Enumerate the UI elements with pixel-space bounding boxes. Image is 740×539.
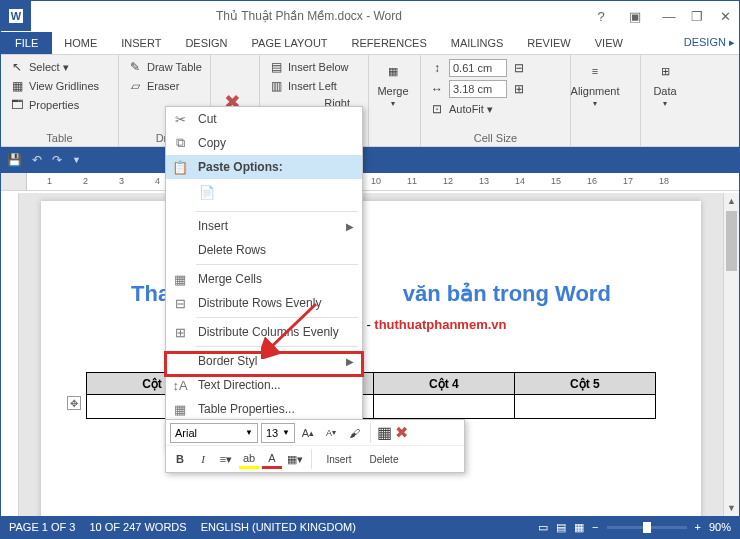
table-move-handle[interactable]: ✥ [67,396,81,410]
alignment-icon: ≡ [583,59,607,83]
status-word-count[interactable]: 10 OF 247 WORDS [89,521,186,533]
merge-button[interactable]: ▦ Merge▾ [377,59,409,108]
alignment-button[interactable]: ≡ Alignment▾ [579,59,611,108]
group-cellsize-label: Cell Size [429,130,562,144]
distribute-cols-icon[interactable]: ⊞ [511,81,527,97]
ruler-tick: 11 [407,176,417,186]
menu-delete-rows[interactable]: Delete Rows [166,238,362,262]
dist-cols-icon: ⊞ [170,325,190,340]
col-left-icon: ▥ [268,78,284,94]
insert-below-button[interactable]: ▤Insert Below [268,59,360,75]
horizontal-ruler[interactable]: 123456789101112131415161718 [27,173,739,190]
view-print-icon[interactable]: ▤ [556,521,566,534]
eraser-icon: ▱ [127,78,143,94]
row-height-field[interactable]: ↕0.61 cm⊟ [429,59,562,77]
insert-left-button[interactable]: ▥Insert Left [268,78,360,94]
merge-cells-icon: ▦ [170,272,190,287]
col-width-field[interactable]: ↔3.18 cm⊞ [429,80,562,98]
text-direction-icon: ↕A [170,378,190,393]
autofit-button[interactable]: ⊡AutoFit ▾ [429,101,562,117]
scroll-thumb[interactable] [726,211,737,271]
autofit-icon: ⊡ [429,101,445,117]
qat-customize-icon[interactable]: ▼ [72,155,81,165]
draw-table-button[interactable]: ✎Draw Table [127,59,202,75]
paste-option-1[interactable]: 📄 [196,181,218,203]
ruler-tick: 16 [587,176,597,186]
ruler-tick: 2 [83,176,88,186]
menu-cut[interactable]: ✂Cut [166,107,362,131]
tab-page-layout[interactable]: PAGE LAYOUT [240,33,340,53]
scroll-down-icon[interactable]: ▼ [724,500,739,516]
menu-text-direction[interactable]: ↕AText Direction... [166,373,362,397]
font-size-selector[interactable]: 13▼ [261,423,295,443]
menu-distribute-rows[interactable]: ⊟Distribute Rows Evenly [166,291,362,315]
shrink-font-button[interactable]: A▾ [321,423,341,443]
mini-delete-button[interactable]: ✖ [395,423,408,442]
borders-button[interactable]: ▦▾ [285,449,305,469]
mini-insert-button[interactable]: ▦ [377,423,392,442]
zoom-level[interactable]: 90% [709,521,731,533]
delete-table-icon: ✖ [395,423,408,442]
tab-review[interactable]: REVIEW [515,33,582,53]
table-header-cell[interactable]: Cột 4 [373,373,514,395]
properties-button[interactable]: 🗔Properties [9,97,110,113]
format-painter-button[interactable]: 🖌 [344,423,364,443]
tab-view[interactable]: VIEW [583,33,635,53]
table-header-cell[interactable]: Cột 5 [514,373,655,395]
minimize-button[interactable]: ― [655,1,683,31]
align-button[interactable]: ≡▾ [216,449,236,469]
zoom-out-button[interactable]: − [592,521,598,533]
view-read-icon[interactable]: ▭ [538,521,548,534]
restore-button[interactable]: ❐ [683,1,711,31]
highlight-button[interactable]: ab [239,449,259,469]
ruler-tick: 10 [371,176,381,186]
group-table-label: Table [9,130,110,144]
scroll-up-icon[interactable]: ▲ [724,193,739,209]
merge-icon: ▦ [381,59,405,83]
menu-paste-options[interactable]: 📋Paste Options: [166,155,362,179]
italic-button[interactable]: I [193,449,213,469]
vertical-scrollbar[interactable]: ▲ ▼ [723,193,739,516]
properties-icon: 🗔 [9,97,25,113]
view-gridlines-button[interactable]: ▦View Gridlines [9,78,110,94]
zoom-in-button[interactable]: + [695,521,701,533]
menu-distribute-cols[interactable]: ⊞Distribute Columns Evenly [166,320,362,344]
font-selector[interactable]: Arial▼ [170,423,258,443]
status-page[interactable]: PAGE 1 OF 3 [9,521,75,533]
ribbon-display-icon[interactable]: ▣ [621,1,649,31]
menu-border-styles[interactable]: Border Styl▶ [166,349,362,373]
eraser-button[interactable]: ▱Eraser [127,78,202,94]
select-button[interactable]: ↖Select ▾ [9,59,110,75]
font-color-button[interactable]: A [262,449,282,469]
tab-mailings[interactable]: MAILINGS [439,33,516,53]
zoom-slider[interactable] [607,526,687,529]
data-icon: ⊞ [653,59,677,83]
qat-undo-icon[interactable]: ↶ [32,153,42,167]
grid-icon: ▦ [9,78,25,94]
menu-merge-cells[interactable]: ▦Merge Cells [166,267,362,291]
tab-table-design[interactable]: DESIGN ▸ [672,32,739,53]
tab-home[interactable]: HOME [52,33,109,53]
close-button[interactable]: ✕ [711,1,739,31]
mini-insert-label[interactable]: Insert [318,454,360,465]
mini-delete-label[interactable]: Delete [363,454,405,465]
view-web-icon[interactable]: ▦ [574,521,584,534]
distribute-rows-icon[interactable]: ⊟ [511,60,527,76]
dist-rows-icon: ⊟ [170,296,190,311]
menu-insert[interactable]: Insert▶ [166,214,362,238]
qat-redo-icon[interactable]: ↷ [52,153,62,167]
status-language[interactable]: ENGLISH (UNITED KINGDOM) [201,521,356,533]
bold-button[interactable]: B [170,449,190,469]
menu-table-properties[interactable]: ▦Table Properties... [166,397,362,421]
grow-font-button[interactable]: A▴ [298,423,318,443]
tab-insert[interactable]: INSERT [109,33,173,53]
tab-references[interactable]: REFERENCES [340,33,439,53]
tab-design[interactable]: DESIGN [173,33,239,53]
data-button[interactable]: ⊞ Data▾ [649,59,681,108]
tab-file[interactable]: FILE [1,32,52,54]
ruler-tick: 3 [119,176,124,186]
qat-save-icon[interactable]: 💾 [7,153,22,167]
vertical-ruler[interactable] [1,193,19,516]
help-button[interactable]: ? [587,1,615,31]
menu-copy[interactable]: ⧉Copy [166,131,362,155]
